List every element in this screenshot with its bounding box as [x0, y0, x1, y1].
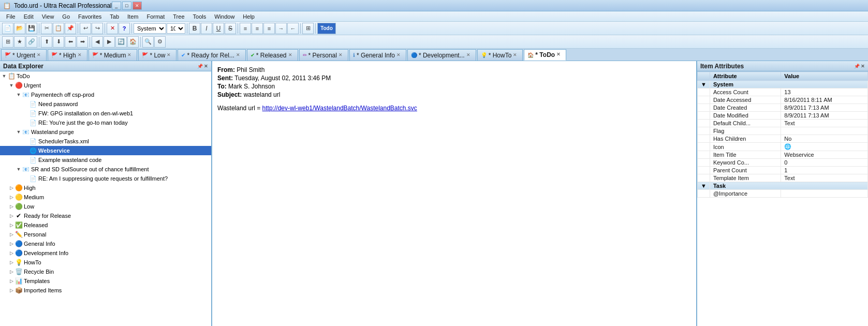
- minimize-button[interactable]: _: [112, 2, 121, 10]
- toolbar2-settings[interactable]: ⚙: [154, 36, 166, 48]
- tree-item-importeditems[interactable]: ▷ 📦 Imported Items: [0, 286, 211, 295]
- tab-generalinfo[interactable]: ℹ * General Info ✕: [349, 49, 406, 61]
- attr-section-task[interactable]: ▼ Task: [698, 182, 868, 190]
- menu-edit[interactable]: Edit: [20, 12, 38, 21]
- toolbar2-btn7[interactable]: ➡: [77, 36, 88, 48]
- menu-format[interactable]: Format: [142, 12, 169, 21]
- email-body-link[interactable]: http://dev-wl-web1/WastelandBatch/Wastel…: [262, 105, 417, 112]
- menu-view[interactable]: View: [38, 12, 58, 21]
- tree-item-todo[interactable]: ▼ 📋 ToDo: [0, 71, 211, 81]
- tab-high[interactable]: 🚩 * High ✕: [48, 49, 87, 61]
- attr-panel-pin-btn[interactable]: 📌: [854, 64, 860, 69]
- underline-btn[interactable]: U: [213, 23, 224, 34]
- toolbar2-btn6[interactable]: ⬅: [65, 36, 76, 48]
- open-btn[interactable]: 📂: [14, 23, 25, 34]
- tab-howto[interactable]: 💡 * HowTo ✕: [477, 49, 523, 61]
- tab-medium[interactable]: 🚩 * Medium ✕: [89, 49, 138, 61]
- toolbar2-btn1[interactable]: ⊞: [2, 36, 13, 48]
- tab-low-close[interactable]: ✕: [167, 52, 173, 58]
- tree-item-wasteland[interactable]: ▼ 📧 Wasteland purge: [0, 127, 211, 137]
- expander-importeditems[interactable]: ▷: [8, 287, 14, 293]
- tab-readyforrel-close[interactable]: ✕: [236, 52, 242, 58]
- strikethrough-btn[interactable]: S: [225, 23, 236, 34]
- tree-item-released[interactable]: ▷ ✅ Released: [0, 220, 211, 230]
- system-expander[interactable]: ▼: [698, 81, 710, 88]
- toolbar2-search[interactable]: 🔍: [142, 36, 154, 48]
- tree-item-needpassword[interactable]: ▷ 📄 Need password: [0, 99, 211, 109]
- tree-item-gpg[interactable]: ▷ 📄 FW: GPG installation on den-wl-web1: [0, 109, 211, 118]
- menu-tools[interactable]: Tools: [189, 12, 211, 21]
- new-btn[interactable]: 📄: [2, 23, 13, 34]
- tree-item-recyclebin[interactable]: ▷ 🗑️ Recycle Bin: [0, 267, 211, 276]
- menu-tab[interactable]: Tab: [106, 12, 123, 21]
- tree-item-goto[interactable]: ▷ 📄 RE: You're just the go-to man today: [0, 118, 211, 127]
- toolbar2-nav1[interactable]: ◀: [92, 36, 103, 48]
- menu-item[interactable]: Item: [123, 12, 142, 21]
- expander-personal[interactable]: ▷: [8, 231, 14, 238]
- outdent-btn[interactable]: ←: [287, 23, 299, 34]
- expander-urgent[interactable]: ▼: [8, 82, 14, 88]
- tree-item-medium[interactable]: ▷ 🟡 Medium: [0, 192, 211, 202]
- menu-help[interactable]: Help: [239, 12, 259, 21]
- font-size-dropdown[interactable]: 10: [167, 23, 185, 34]
- panel-close-btn[interactable]: ✕: [204, 64, 208, 69]
- tree-item-webservice[interactable]: ▷ 🌐 Webservice: [0, 146, 211, 155]
- tab-readyforrel[interactable]: ✔ * Ready for Rel... ✕: [178, 49, 245, 61]
- menu-favorites[interactable]: Favorites: [74, 12, 106, 21]
- menu-file[interactable]: File: [2, 12, 20, 21]
- expander-devinfo[interactable]: ▷: [8, 250, 14, 256]
- tree-item-paymentech[interactable]: ▼ 📧 Paymentech off csp-prod: [0, 90, 211, 99]
- tree-item-generalinfo[interactable]: ▷ 🔵 General Info: [0, 239, 211, 248]
- tab-todo[interactable]: 🏠 * ToDo ✕: [524, 49, 566, 61]
- expander-low[interactable]: ▷: [8, 203, 14, 210]
- tab-personal-close[interactable]: ✕: [339, 52, 345, 58]
- tree-item-personal[interactable]: ▷ ✏️ Personal: [0, 230, 211, 239]
- menu-window[interactable]: Window: [210, 12, 239, 21]
- expander-paymentech[interactable]: ▼: [16, 92, 22, 98]
- expander-high[interactable]: ▷: [8, 185, 14, 191]
- italic-btn[interactable]: I: [201, 23, 212, 34]
- attr-section-system[interactable]: ▼ System: [698, 81, 868, 88]
- toolbar2-btn5[interactable]: ⬇: [53, 36, 64, 48]
- toolbar2-btn2[interactable]: ★: [14, 36, 25, 48]
- font-family-dropdown[interactable]: System: [134, 23, 166, 34]
- attr-panel-close-btn[interactable]: ✕: [861, 64, 865, 69]
- help-btn[interactable]: ?: [119, 23, 130, 34]
- align-center-btn[interactable]: ≡: [252, 23, 263, 34]
- expander-howto[interactable]: ▷: [8, 259, 14, 265]
- bold-btn[interactable]: B: [189, 23, 200, 34]
- toolbar2-nav2[interactable]: ▶: [104, 36, 115, 48]
- toolbar2-home[interactable]: 🏠: [127, 36, 139, 48]
- save-btn[interactable]: 💾: [26, 23, 37, 34]
- tab-urgent[interactable]: 🚩 * Urgent ✕: [1, 49, 47, 61]
- tab-urgent-close[interactable]: ✕: [37, 52, 43, 58]
- tab-high-close[interactable]: ✕: [78, 52, 84, 58]
- tree-item-scheduler[interactable]: ▷ 📄 SchedulerTasks.xml: [0, 137, 211, 146]
- align-right-btn[interactable]: ≡: [263, 23, 275, 34]
- tab-howto-close[interactable]: ✕: [513, 52, 519, 58]
- expander-todo[interactable]: ▼: [1, 73, 7, 79]
- tree-item-readyforrel[interactable]: ▷ ✔ Ready for Release: [0, 211, 211, 220]
- tab-released-close[interactable]: ✕: [288, 52, 295, 58]
- task-expander[interactable]: ▼: [698, 182, 710, 190]
- tree-item-templates[interactable]: ▷ 📊 Templates: [0, 276, 211, 286]
- copy-btn[interactable]: 📋: [53, 23, 64, 34]
- tree-item-high[interactable]: ▷ 🟠 High: [0, 183, 211, 192]
- expander-generalinfo[interactable]: ▷: [8, 241, 14, 247]
- tree-item-howto[interactable]: ▷ 💡 HowTo: [0, 258, 211, 267]
- tab-development-close[interactable]: ✕: [466, 52, 473, 58]
- tab-development[interactable]: 🔵 * Development... ✕: [407, 49, 476, 61]
- expander-readyforrel[interactable]: ▷: [8, 213, 14, 219]
- expander-medium[interactable]: ▷: [8, 194, 14, 200]
- table-btn[interactable]: ⊞: [302, 23, 314, 34]
- toolbar2-btn4[interactable]: ⬆: [41, 36, 52, 48]
- delete-btn[interactable]: ✕: [107, 23, 118, 34]
- panel-pin-btn[interactable]: 📌: [197, 64, 203, 69]
- tab-personal[interactable]: ✏ * Personal ✕: [299, 49, 348, 61]
- tree-item-suppress[interactable]: ▷ 📄 RE: Am I suppressing quote requests …: [0, 174, 211, 183]
- cut-btn[interactable]: ✂: [41, 23, 52, 34]
- tab-released[interactable]: ✔ * Released ✕: [247, 49, 298, 61]
- expander-srsd[interactable]: ▼: [16, 166, 22, 172]
- toolbar2-btn3[interactable]: 🔗: [26, 36, 37, 48]
- close-button[interactable]: ✕: [133, 2, 142, 10]
